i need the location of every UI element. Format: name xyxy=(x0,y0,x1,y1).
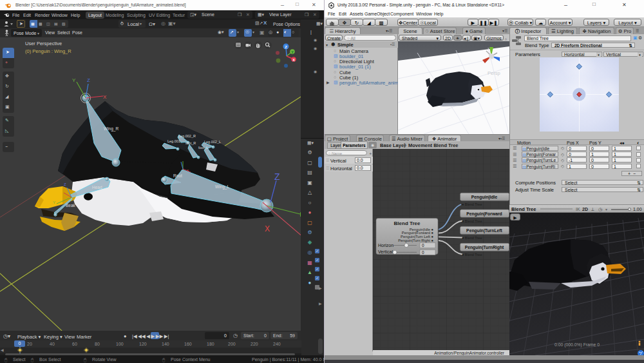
svg-text:0:00 (000.0%) Frame 0: 0:00 (000.0%) Frame 0 xyxy=(554,342,600,348)
svg-text:Penguin|Forward: Penguin|Forward xyxy=(466,211,502,217)
svg-text:Z: Z xyxy=(285,45,287,49)
svg-text:Blend Tree: Blend Tree xyxy=(394,221,421,226)
svg-text:Y: Y xyxy=(291,50,294,54)
svg-text:0: 0 xyxy=(422,250,424,255)
svg-text:Horizon: Horizon xyxy=(378,243,393,248)
svg-text:Penguin|TurnRight: Penguin|TurnRight xyxy=(465,245,504,250)
svg-text:● Blend Tree: ● Blend Tree xyxy=(462,219,482,223)
svg-text:● Blend Tree: ● Blend Tree xyxy=(462,253,482,257)
svg-text:0: 0 xyxy=(422,243,424,248)
svg-text:Vertical: Vertical xyxy=(378,250,393,254)
svg-text:X: X xyxy=(292,58,295,62)
svg-text:Persp: Persp xyxy=(488,70,500,76)
svg-text:Penguin|TurnLeft: Penguin|TurnLeft xyxy=(466,228,503,233)
svg-text:● Blend Tree: ● Blend Tree xyxy=(462,202,482,206)
svg-text:Penguin|Turn Right ●: Penguin|Turn Right ● xyxy=(398,239,433,242)
svg-text:Penguin|Idle: Penguin|Idle xyxy=(471,195,498,200)
svg-text:● Blend Tree: ● Blend Tree xyxy=(462,236,482,240)
